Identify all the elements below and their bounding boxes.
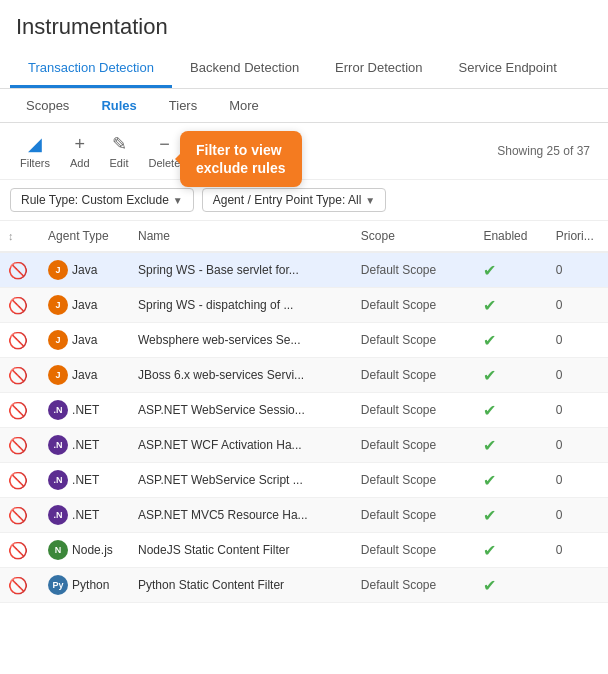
filters-button[interactable]: ◢ Filters bbox=[10, 129, 60, 173]
row-priority: 0 bbox=[548, 498, 608, 533]
tab-backend[interactable]: Backend Detection bbox=[172, 50, 317, 88]
agent-type-label: Java bbox=[72, 368, 97, 382]
table-row: 🚫 Py Python Python Static Content Filter… bbox=[0, 568, 608, 603]
row-name: NodeJS Static Content Filter bbox=[130, 533, 353, 568]
tooltip-bubble: Filter to viewexclude rules bbox=[180, 131, 302, 187]
enabled-check-icon: ✔ bbox=[483, 402, 496, 419]
row-name: ASP.NET MVC5 Resource Ha... bbox=[130, 498, 353, 533]
add-button[interactable]: + Add bbox=[60, 130, 100, 173]
col-header-icon: ↕ bbox=[0, 221, 40, 252]
enabled-check-icon: ✔ bbox=[483, 472, 496, 489]
agent-badge-dot: J bbox=[48, 295, 68, 315]
row-agent-type: J Java bbox=[40, 323, 130, 358]
filter-pill-agent-type-label: Agent / Entry Point Type: All bbox=[213, 193, 362, 207]
row-scope: Default Scope bbox=[353, 288, 476, 323]
agent-badge-dot: N bbox=[48, 540, 68, 560]
col-header-name[interactable]: Name bbox=[130, 221, 353, 252]
filter-pill-agent-type[interactable]: Agent / Entry Point Type: All ▼ bbox=[202, 188, 386, 212]
row-exclude-icon: 🚫 bbox=[0, 428, 40, 463]
filter-pill-rule-type[interactable]: Rule Type: Custom Exclude ▼ bbox=[10, 188, 194, 212]
enabled-check-icon: ✔ bbox=[483, 332, 496, 349]
subtab-more[interactable]: More bbox=[213, 89, 275, 122]
agent-type-label: Node.js bbox=[72, 543, 113, 557]
enabled-check-icon: ✔ bbox=[483, 507, 496, 524]
row-priority: 0 bbox=[548, 252, 608, 288]
row-priority: 0 bbox=[548, 358, 608, 393]
row-scope: Default Scope bbox=[353, 393, 476, 428]
row-agent-type: J Java bbox=[40, 252, 130, 288]
row-priority: 0 bbox=[548, 288, 608, 323]
col-header-priority[interactable]: Priori... bbox=[548, 221, 608, 252]
row-agent-type: .N .NET bbox=[40, 428, 130, 463]
row-enabled: ✔ bbox=[475, 288, 547, 323]
row-enabled: ✔ bbox=[475, 463, 547, 498]
table-wrap: ↕ Agent Type Name Scope Enabled Priori..… bbox=[0, 221, 608, 603]
row-scope: Default Scope bbox=[353, 533, 476, 568]
table-row: 🚫 J Java Spring WS - Base servlet for...… bbox=[0, 252, 608, 288]
row-agent-type: .N .NET bbox=[40, 393, 130, 428]
chevron-down-icon: ▼ bbox=[173, 195, 183, 206]
agent-badge-dot: J bbox=[48, 330, 68, 350]
col-header-enabled[interactable]: Enabled bbox=[475, 221, 547, 252]
row-enabled: ✔ bbox=[475, 428, 547, 463]
edit-icon: ✎ bbox=[112, 133, 127, 155]
table-row: 🚫 J Java JBoss 6.x web-services Servi...… bbox=[0, 358, 608, 393]
edit-button[interactable]: ✎ Edit bbox=[100, 129, 139, 173]
row-enabled: ✔ bbox=[475, 358, 547, 393]
agent-badge-dot: .N bbox=[48, 400, 68, 420]
table-row: 🚫 .N .NET ASP.NET WCF Activation Ha... D… bbox=[0, 428, 608, 463]
agent-badge-dot: Py bbox=[48, 575, 68, 595]
row-exclude-icon: 🚫 bbox=[0, 533, 40, 568]
row-name: ASP.NET WebService Sessio... bbox=[130, 393, 353, 428]
row-agent-type: N Node.js bbox=[40, 533, 130, 568]
row-exclude-icon: 🚫 bbox=[0, 358, 40, 393]
row-exclude-icon: 🚫 bbox=[0, 393, 40, 428]
agent-type-label: Java bbox=[72, 333, 97, 347]
row-enabled: ✔ bbox=[475, 568, 547, 603]
tab-error[interactable]: Error Detection bbox=[317, 50, 440, 88]
agent-badge-dot: J bbox=[48, 365, 68, 385]
row-exclude-icon: 🚫 bbox=[0, 568, 40, 603]
table-row: 🚫 J Java Websphere web-services Se... De… bbox=[0, 323, 608, 358]
agent-badge-dot: .N bbox=[48, 505, 68, 525]
agent-badge-dot: .N bbox=[48, 470, 68, 490]
row-exclude-icon: 🚫 bbox=[0, 252, 40, 288]
row-name: Python Static Content Filter bbox=[130, 568, 353, 603]
row-priority: 0 bbox=[548, 533, 608, 568]
table-row: 🚫 J Java Spring WS - dispatching of ... … bbox=[0, 288, 608, 323]
row-name: ASP.NET WCF Activation Ha... bbox=[130, 428, 353, 463]
row-scope: Default Scope bbox=[353, 252, 476, 288]
filter-pill-rule-type-label: Rule Type: Custom Exclude bbox=[21, 193, 169, 207]
row-name: Websphere web-services Se... bbox=[130, 323, 353, 358]
col-header-agent[interactable]: Agent Type bbox=[40, 221, 130, 252]
tab-transaction[interactable]: Transaction Detection bbox=[10, 50, 172, 88]
tab-service[interactable]: Service Endpoint bbox=[441, 50, 575, 88]
row-enabled: ✔ bbox=[475, 252, 547, 288]
add-label: Add bbox=[70, 157, 90, 169]
agent-type-label: Python bbox=[72, 578, 109, 592]
table-row: 🚫 .N .NET ASP.NET MVC5 Resource Ha... De… bbox=[0, 498, 608, 533]
row-agent-type: .N .NET bbox=[40, 463, 130, 498]
row-scope: Default Scope bbox=[353, 323, 476, 358]
table-row: 🚫 N Node.js NodeJS Static Content Filter… bbox=[0, 533, 608, 568]
page-title: Instrumentation bbox=[0, 0, 608, 50]
chevron-down-icon-2: ▼ bbox=[365, 195, 375, 206]
enabled-check-icon: ✔ bbox=[483, 542, 496, 559]
col-header-scope[interactable]: Scope bbox=[353, 221, 476, 252]
row-exclude-icon: 🚫 bbox=[0, 463, 40, 498]
enabled-check-icon: ✔ bbox=[483, 367, 496, 384]
agent-type-label: Java bbox=[72, 263, 97, 277]
row-priority: 0 bbox=[548, 393, 608, 428]
filter-icon: ◢ bbox=[28, 133, 42, 155]
sub-tabs: Scopes Rules Tiers More bbox=[0, 89, 608, 123]
subtab-rules[interactable]: Rules bbox=[85, 89, 152, 122]
edit-label: Edit bbox=[110, 157, 129, 169]
row-name: JBoss 6.x web-services Servi... bbox=[130, 358, 353, 393]
subtab-tiers[interactable]: Tiers bbox=[153, 89, 213, 122]
subtab-scopes[interactable]: Scopes bbox=[10, 89, 85, 122]
row-scope: Default Scope bbox=[353, 358, 476, 393]
row-scope: Default Scope bbox=[353, 498, 476, 533]
row-name: Spring WS - Base servlet for... bbox=[130, 252, 353, 288]
row-enabled: ✔ bbox=[475, 323, 547, 358]
row-agent-type: Py Python bbox=[40, 568, 130, 603]
